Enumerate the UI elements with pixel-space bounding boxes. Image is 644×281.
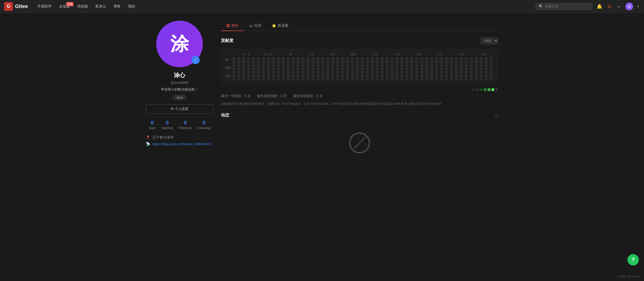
contrib-cell <box>277 71 280 74</box>
tab-stars[interactable]: ⭐ 星选集 <box>267 21 294 31</box>
contrib-cell <box>485 61 488 64</box>
contrib-cell <box>292 71 295 74</box>
alert-icon[interactable]: ⊘ <box>606 3 612 10</box>
nav-enterprise[interactable]: 企业版 特惠 <box>56 3 73 10</box>
contrib-cell <box>282 64 285 67</box>
contrib-cell <box>341 64 344 67</box>
contrib-cell <box>317 71 319 74</box>
month-labels: 十一月 十二月 一月 二月 三月 四月 五月 六月 七月 八月 九月 十月 <box>235 53 494 56</box>
month-label: 五月 <box>365 53 386 56</box>
contrib-cell <box>317 68 319 70</box>
stat-followers[interactable]: 0 Followers <box>179 120 192 130</box>
logo[interactable]: G Gitee <box>4 2 28 11</box>
nav-university[interactable]: 高校版 <box>74 3 91 10</box>
contrib-cell <box>257 74 260 77</box>
contrib-cell <box>400 68 403 70</box>
contrib-cell <box>440 78 443 80</box>
contrib-cell <box>366 61 369 64</box>
contrib-cell <box>455 74 458 77</box>
contrib-cell <box>356 64 359 67</box>
contrib-cell <box>361 57 364 60</box>
tab-repos[interactable]: 🗂 仓库 <box>244 21 267 31</box>
contrib-cell <box>336 61 339 64</box>
settings-button[interactable]: ⚙ 个人设置 <box>146 104 213 114</box>
stat-following[interactable]: 0 Following <box>197 120 211 130</box>
nav-blog[interactable]: 博客 <box>110 3 124 10</box>
contrib-cell <box>282 78 285 80</box>
contrib-cell <box>465 78 468 80</box>
contrib-cell <box>247 68 250 70</box>
notification-icon[interactable]: 🔔 <box>596 3 603 10</box>
contrib-cell <box>460 71 463 74</box>
contrib-cell <box>331 78 334 80</box>
contrib-cell <box>445 78 448 80</box>
user-avatar: 涂 ♂ <box>156 21 203 67</box>
contrib-cell <box>312 61 314 64</box>
contrib-cell <box>317 64 319 67</box>
search-input[interactable] <box>545 4 589 8</box>
user-avatar-nav[interactable]: 涂 <box>625 3 633 10</box>
dropdown-icon[interactable]: ▾ <box>636 4 640 9</box>
contrib-cell <box>346 68 349 70</box>
contrib-cell <box>232 57 235 60</box>
contrib-cell <box>232 74 235 77</box>
activity-title: 动态 <box>221 113 229 118</box>
contrib-cell <box>425 68 428 70</box>
contrib-cell <box>277 74 280 77</box>
contrib-cell <box>420 57 423 60</box>
contrib-cell <box>321 61 324 64</box>
gender-badge: ♂ <box>191 56 200 64</box>
contrib-cell <box>455 78 458 80</box>
contrib-cell <box>440 68 443 70</box>
contrib-cell <box>341 61 344 64</box>
contrib-cell <box>267 71 270 74</box>
contrib-cell <box>356 61 359 64</box>
tabs: 🖼 🖼 概览 概览 🗂 仓库 ⭐ 星选集 <box>221 21 498 31</box>
contrib-cell <box>287 71 290 74</box>
contrib-cell <box>317 78 319 80</box>
nav-mine[interactable]: 我的 <box>125 3 138 10</box>
contrib-cell <box>371 68 374 70</box>
contrib-cell <box>257 64 260 67</box>
contrib-cell <box>450 74 453 77</box>
contrib-cell <box>485 71 488 74</box>
contrib-cell <box>376 74 379 77</box>
longest-streak-stat: 最长连续贡献：0 日 <box>257 94 287 98</box>
share-icon[interactable]: ⬡ <box>495 113 498 117</box>
year-select[interactable]: 2021 2020 <box>481 37 498 44</box>
contrib-cell <box>277 64 280 67</box>
enterprise-badge: 特惠 <box>66 2 74 6</box>
contrib-cell <box>297 57 299 60</box>
contrib-cell <box>331 68 334 70</box>
contrib-cell <box>420 61 423 64</box>
search-box[interactable]: 🔍 <box>535 3 592 10</box>
contrib-cell <box>252 57 255 60</box>
contrib-cell <box>475 61 478 64</box>
contrib-cell <box>297 71 299 74</box>
month-label: 三月 <box>322 53 343 56</box>
contrib-cell <box>267 78 270 80</box>
contrib-cell <box>371 71 374 74</box>
contrib-cell <box>435 78 438 80</box>
contrib-cell <box>386 74 389 77</box>
contrib-cell <box>410 57 413 60</box>
stat-stars[interactable]: 0 Stars <box>148 120 156 130</box>
nav-opensource[interactable]: 开源软件 <box>34 3 55 10</box>
contrib-cell <box>331 74 334 77</box>
contrib-cell <box>312 68 314 70</box>
contrib-cell <box>341 57 344 60</box>
contrib-cell <box>430 57 433 60</box>
plus-icon[interactable]: ＋ <box>616 2 622 11</box>
contrib-cell <box>252 74 255 77</box>
contrib-cell <box>237 74 240 77</box>
stat-watches[interactable]: 0 Watches <box>161 120 173 130</box>
no-activity-icon <box>349 132 370 153</box>
website-link[interactable]: https://blog.csdn.net/weixin_46644403?..… <box>152 142 214 146</box>
navbar-right: 🔍 🔔 ⊘ ＋ 涂 ▾ <box>535 2 640 11</box>
nav-private-cloud[interactable]: 私有云 <box>92 3 109 10</box>
contrib-cell <box>321 74 324 77</box>
contrib-cell <box>287 74 290 77</box>
tab-overview[interactable]: 🖼 🖼 概览 概览 <box>221 21 244 31</box>
contrib-cell <box>460 78 463 80</box>
contrib-cell <box>306 61 309 64</box>
